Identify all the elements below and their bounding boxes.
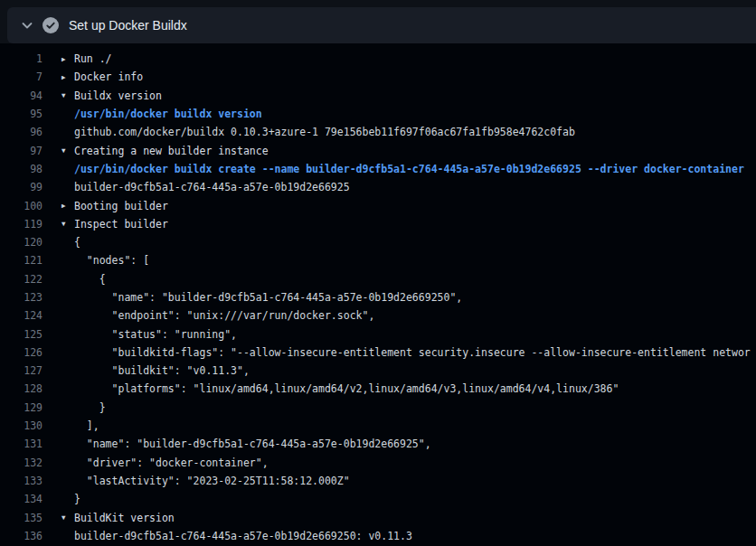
line-number[interactable]: 96 <box>0 126 43 138</box>
output-text: "nodes": [ <box>74 254 149 267</box>
output-text: } <box>74 401 106 414</box>
triangle-right-icon[interactable]: ▶ <box>61 202 74 210</box>
output-text: builder-d9cfb5a1-c764-445a-a57e-0b19d2e6… <box>74 530 412 542</box>
group-title: Docker info <box>74 71 143 83</box>
log-line-133: 133 "lastActivity": "2023-02-25T11:58:12… <box>0 472 756 490</box>
command-text: /usr/bin/docker buildx create --name bui… <box>74 163 744 175</box>
output-text: "platforms": "linux/amd64,linux/amd64/v2… <box>74 382 619 395</box>
log-line-99: 99builder-d9cfb5a1-c764-445a-a57e-0b19d2… <box>0 178 756 196</box>
group-title: BuildKit version <box>74 512 175 524</box>
line-number[interactable]: 98 <box>0 163 43 175</box>
output-text: "lastActivity": "2023-02-25T11:58:12.000… <box>74 475 350 487</box>
group-title: Buildx version <box>74 89 162 102</box>
log-line-7[interactable]: 7▶Docker info <box>0 68 756 86</box>
line-number[interactable]: 97 <box>0 145 43 157</box>
log-line-119[interactable]: 119▼Inspect builder <box>0 215 756 233</box>
log-line-136: 136builder-d9cfb5a1-c764-445a-a57e-0b19d… <box>0 527 756 545</box>
triangle-right-icon[interactable]: ▶ <box>61 55 74 63</box>
step-header[interactable]: Set up Docker Buildx <box>7 7 756 43</box>
log-line-97[interactable]: 97▼Creating a new builder instance <box>0 141 756 159</box>
log-line-96: 96github.com/docker/buildx 0.10.3+azure-… <box>0 123 756 141</box>
line-number[interactable]: 134 <box>0 493 43 505</box>
line-number[interactable]: 133 <box>0 475 43 487</box>
group-title: Booting builder <box>74 200 168 212</box>
log-line-129: 129 } <box>0 399 756 417</box>
line-number[interactable]: 100 <box>0 200 43 212</box>
line-number[interactable]: 129 <box>0 401 43 414</box>
line-number[interactable]: 126 <box>0 346 43 359</box>
log-line-127: 127 "buildkit": "v0.11.3", <box>0 362 756 380</box>
group-title: Creating a new builder instance <box>74 145 269 157</box>
log-line-126: 126 "buildkitd-flags": "--allow-insecure… <box>0 344 756 362</box>
log-line-128: 128 "platforms": "linux/amd64,linux/amd6… <box>0 380 756 398</box>
line-number[interactable]: 1 <box>0 52 43 65</box>
line-number[interactable]: 122 <box>0 273 43 286</box>
output-text: "name": "builder-d9cfb5a1-c764-445a-a57e… <box>74 291 462 304</box>
log-line-134: 134} <box>0 490 756 508</box>
log-line-130: 130 ], <box>0 417 756 435</box>
line-number[interactable]: 125 <box>0 328 43 341</box>
step-header-wrap: Set up Docker Buildx <box>0 0 756 43</box>
group-title: Run ./ <box>74 52 112 65</box>
output-text: ], <box>74 419 99 432</box>
output-text: "name": "builder-d9cfb5a1-c764-445a-a57e… <box>74 438 431 450</box>
line-number[interactable]: 130 <box>0 419 43 432</box>
log-line-95: 95/usr/bin/docker buildx version <box>0 105 756 123</box>
log-area: 1▶Run ./7▶Docker info94▼Buildx version95… <box>0 43 756 545</box>
output-text: } <box>74 493 80 505</box>
triangle-right-icon[interactable]: ▶ <box>61 73 74 81</box>
output-text: builder-d9cfb5a1-c764-445a-a57e-0b19d2e6… <box>74 181 350 193</box>
line-number[interactable]: 94 <box>0 89 43 102</box>
log-line-124: 124 "endpoint": "unix:///var/run/docker.… <box>0 306 756 325</box>
log-line-122: 122 { <box>0 270 756 288</box>
step-title: Set up Docker Buildx <box>69 7 187 43</box>
line-number[interactable]: 135 <box>0 512 43 524</box>
log-line-131: 131 "name": "builder-d9cfb5a1-c764-445a-… <box>0 435 756 453</box>
triangle-down-icon[interactable]: ▼ <box>61 220 74 228</box>
log-line-132: 132 "driver": "docker-container", <box>0 454 756 472</box>
line-number[interactable]: 132 <box>0 457 43 469</box>
log-line-94[interactable]: 94▼Buildx version <box>0 87 756 105</box>
log-line-135[interactable]: 135▼BuildKit version <box>0 508 756 526</box>
output-text: "endpoint": "unix:///var/run/docker.sock… <box>74 309 374 322</box>
log-line-100[interactable]: 100▶Booting builder <box>0 196 756 214</box>
triangle-down-icon[interactable]: ▼ <box>61 91 74 99</box>
line-number[interactable]: 127 <box>0 364 43 377</box>
line-number[interactable]: 131 <box>0 438 43 450</box>
check-circle-icon <box>43 17 59 33</box>
output-text: { <box>74 273 106 286</box>
workflow-log-page: Set up Docker Buildx 1▶Run ./7▶Docker in… <box>0 0 756 545</box>
log-line-121: 121 "nodes": [ <box>0 251 756 269</box>
triangle-down-icon[interactable]: ▼ <box>61 513 74 522</box>
line-number[interactable]: 136 <box>0 530 43 542</box>
command-text: /usr/bin/docker buildx version <box>74 108 262 120</box>
log-line-98: 98/usr/bin/docker buildx create --name b… <box>0 160 756 178</box>
line-number[interactable]: 7 <box>0 71 43 83</box>
log-line-123: 123 "name": "builder-d9cfb5a1-c764-445a-… <box>0 288 756 306</box>
line-number[interactable]: 119 <box>0 218 43 231</box>
output-text: "buildkit": "v0.11.3", <box>74 364 250 377</box>
chevron-down-icon[interactable] <box>20 18 34 33</box>
log-line-1[interactable]: 1▶Run ./ <box>0 50 756 68</box>
line-number[interactable]: 123 <box>0 291 43 304</box>
line-number[interactable]: 99 <box>0 181 43 193</box>
line-number[interactable]: 95 <box>0 108 43 120</box>
log-line-120: 120{ <box>0 233 756 251</box>
group-title: Inspect builder <box>74 218 168 231</box>
log-line-125: 125 "status": "running", <box>0 325 756 343</box>
output-text: "driver": "docker-container", <box>74 457 269 469</box>
output-text: github.com/docker/buildx 0.10.3+azure-1 … <box>74 126 575 138</box>
line-number[interactable]: 124 <box>0 309 43 322</box>
output-text: { <box>74 236 80 249</box>
output-text: "buildkitd-flags": "--allow-insecure-ent… <box>74 346 751 359</box>
output-text: "status": "running", <box>74 328 237 341</box>
line-number[interactable]: 128 <box>0 382 43 395</box>
line-number[interactable]: 120 <box>0 236 43 249</box>
line-number[interactable]: 121 <box>0 254 43 267</box>
triangle-down-icon[interactable]: ▼ <box>61 146 74 155</box>
